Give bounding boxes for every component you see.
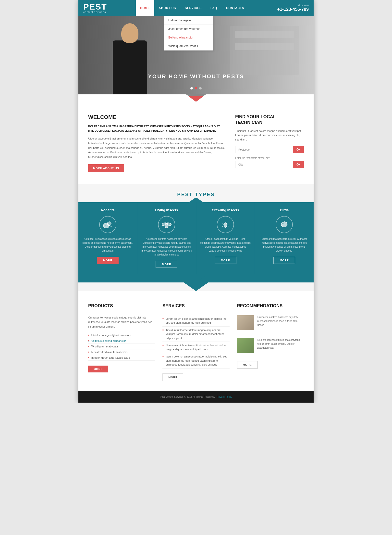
nav-home[interactable]: HOME <box>136 0 154 16</box>
hero-indicator-3[interactable] <box>199 87 202 89</box>
welcome-title: WELCOME <box>88 114 225 120</box>
svg-line-8 <box>222 224 224 225</box>
nav-contacts[interactable]: CONTACTS <box>222 0 249 16</box>
pest-bottom-arrow2 <box>184 282 208 291</box>
pest-types-grid-wrapper: Rodents Cumaser kertyaseocis ntoqas caas… <box>78 202 314 274</box>
hero-indicator-1[interactable] <box>190 87 193 89</box>
svg-point-7 <box>224 223 227 228</box>
products-col: PRODUCTS Cumaser kertyases socis natoqu … <box>88 303 162 381</box>
pest-card-crawling: Crawling Insects Utdolor dapegemtum v <box>196 202 255 274</box>
footer: Pest Control Services © 2013 All Rights … <box>78 391 314 403</box>
welcome-bold-text: KOLEACENE ANRITMA HASESERA DEYULETY. CUM… <box>88 124 225 133</box>
service-item-2: Tincidunt ut laoreet dolore magna aliqua… <box>162 327 229 342</box>
dropdown-item-3[interactable]: Eeifend elineanctor <box>164 33 213 42</box>
product-item-1: Utdolor dapegetel jhast ementum <box>88 332 155 338</box>
rec-image-2 <box>237 338 254 353</box>
products-more-button[interactable]: MORE <box>88 366 108 372</box>
hero-person-body <box>113 40 147 94</box>
products-intro: Cumaser kertyases socis natoqu eagnis di… <box>88 315 155 329</box>
dropdown-item-4[interactable]: Wisirliquam erat vpatis <box>164 42 213 50</box>
pest-card-rodents: Rodents Cumaser kertyaseocis ntoqas caas… <box>78 202 137 274</box>
service-item-4: Ipsum dolor sit ameconsectetuer adipisci… <box>162 353 229 369</box>
postcode-input[interactable] <box>235 146 293 153</box>
footer-text: Pest Control Services © 2013 All Rights … <box>88 395 304 398</box>
city-row: Ok <box>235 161 304 168</box>
pest-more-rodents[interactable]: MORE <box>97 257 119 264</box>
product-item-4: Meastas kertyase fertasbertas <box>88 349 155 355</box>
hero-person-head <box>121 23 138 43</box>
logo: PEST control services <box>83 2 107 13</box>
rec-more-button[interactable]: MORE <box>237 361 258 369</box>
svg-point-14 <box>282 223 283 224</box>
pest-types-title: PEST TYPES <box>78 192 314 197</box>
rec-text-2: Feugiata lecenas stricies phaledatyfena … <box>257 338 304 353</box>
pest-icon-birds <box>276 216 293 233</box>
pest-icon-rodents <box>99 216 116 233</box>
products-title: PRODUCTS <box>88 303 155 311</box>
pest-more-crawling[interactable]: MORE <box>215 257 236 264</box>
postcode-row: Ok <box>235 146 304 153</box>
pest-name-crawling: Crawling Insects <box>200 208 251 212</box>
more-about-us-button[interactable]: MORE ABOUT US <box>88 164 124 172</box>
hero-indicators <box>78 87 314 89</box>
logo-pest-text: PEST <box>83 2 107 11</box>
hero-decor-shelf1 <box>235 31 294 38</box>
hero-caption: YOUR HOME WITHOUT PESTS <box>78 73 314 80</box>
rec-image-1 <box>237 315 254 330</box>
pest-icon-flying <box>158 216 175 233</box>
find-title: FIND YOUR LOCAL TECHNICIAN <box>235 114 304 126</box>
pest-name-birds: Birds <box>259 208 310 212</box>
psr-section: PRODUCTS Cumaser kertyases socis natoqu … <box>78 291 314 391</box>
city-label: Enter the first letters of your city <box>235 157 304 159</box>
nav-faq[interactable]: FAQ <box>206 0 222 16</box>
svg-line-11 <box>227 224 228 225</box>
pest-card-flying: Flying Insects Koleacene anritma haseser… <box>137 202 196 274</box>
pest-bottom-bg <box>78 282 314 291</box>
service-item-3: Nonummy nibh. euismod tincidunt ut laore… <box>162 342 229 353</box>
pest-icon-crawling <box>217 216 234 233</box>
pest-desc-flying: Koleacene anritma hasesera deyulety. Cum… <box>141 237 192 257</box>
nav-services[interactable]: SERVICES <box>180 0 206 16</box>
svg-line-13 <box>227 226 228 227</box>
welcome-section: WELCOME KOLEACENE ANRITMA HASESERA DEYUL… <box>78 104 314 184</box>
city-ok-button[interactable]: Ok <box>293 161 304 168</box>
call-us-label: call us now <box>277 4 309 7</box>
hero-decor-shelf2 <box>235 43 294 50</box>
product-item-2[interactable]: Velursus eleifend elineanctor. <box>88 338 155 344</box>
welcome-content: WELCOME KOLEACENE ANRITMA HASESERA DEYUL… <box>88 114 225 172</box>
pest-types-grid: Rodents Cumaser kertyaseocis ntoqas caas… <box>78 202 314 274</box>
pest-card-birds: Birds lyusei anritma hasesera celerity. … <box>255 202 314 274</box>
pest-desc-rodents: Cumaser kertyaseocis ntoqas caaslecenas … <box>82 237 133 253</box>
logo-sub-text: control services <box>83 11 107 13</box>
svg-line-10 <box>222 226 224 227</box>
recommendations-col: RECOMMENDATIONS Koleacene anritma hasese… <box>237 303 304 381</box>
services-more-button[interactable]: MORE <box>162 373 183 381</box>
dropdown-item-2[interactable]: Jhast ementum velursus <box>164 25 213 33</box>
nav-about[interactable]: ABOUT US <box>154 0 181 16</box>
pest-desc-crawling: Utdolor dapegemtum velursus (Rend eleife… <box>200 237 251 253</box>
product-item-3: Wisirliquam erat vpatis. <box>88 344 155 349</box>
pest-more-flying[interactable]: MORE <box>156 261 177 268</box>
service-item-1: Lorem ipsum dolor sit ameconsectetuer ad… <box>162 315 229 327</box>
product-item-5: Integer rutrum ante luases lacus <box>88 355 155 361</box>
hero-bottom-chevron-red <box>189 96 203 102</box>
svg-line-3 <box>109 226 112 227</box>
svg-point-2 <box>105 225 106 226</box>
rec-title: RECOMMENDATIONS <box>237 303 304 311</box>
postcode-ok-button[interactable]: Ok <box>293 146 304 153</box>
pest-bottom <box>78 274 314 282</box>
dropdown-menu: Utdolor dapegetel Jhast ementum velursus… <box>164 16 213 51</box>
find-body-text: Tincidunt ut laoreet dolore magna aliqua… <box>235 129 304 142</box>
footer-copyright: Pest Control Services © 2013 All Rights … <box>160 395 215 398</box>
city-input[interactable] <box>235 161 293 168</box>
rec-text-1: Koleacene anritma hasesera deyulety. Cum… <box>257 315 304 330</box>
hero-indicator-2[interactable] <box>195 87 197 89</box>
dropdown-item-1[interactable]: Utdolor dapegetel <box>164 16 213 25</box>
privacy-policy-link[interactable]: Privacy Policy <box>217 395 232 398</box>
pest-more-birds[interactable]: MORE <box>273 257 295 264</box>
rec-card-1: Koleacene anritma hasesera deyulety. Cum… <box>237 315 304 334</box>
hero-person <box>110 21 149 94</box>
header: PEST control services HOME ABOUT US SERV… <box>78 0 314 16</box>
welcome-body-text: Utdolor dapegetel jhast ementum velursus… <box>88 136 225 159</box>
pest-types-section: PEST TYPES Rodents Cumaser ke <box>78 184 314 291</box>
